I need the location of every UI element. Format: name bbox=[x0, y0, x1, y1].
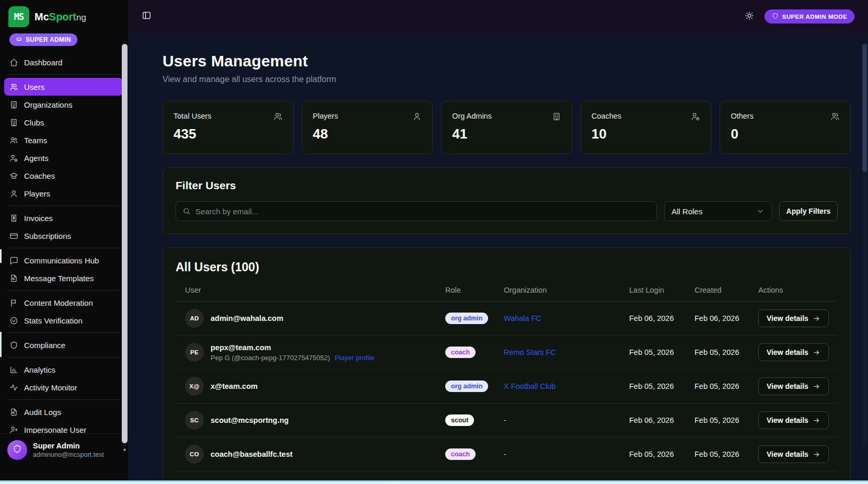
panel-left-icon bbox=[142, 10, 152, 22]
sidebar-item-audit-logs[interactable]: Audit Logs bbox=[4, 403, 123, 421]
sidebar-item-activity-monitor[interactable]: Activity Monitor bbox=[4, 378, 123, 396]
mcsport-logo[interactable]: MS bbox=[8, 6, 29, 27]
users-table: UserRoleOrganizationLast LoginCreatedAct… bbox=[176, 286, 838, 471]
sidebar-item-impersonate-user[interactable]: Impersonate User bbox=[4, 421, 123, 433]
page-title: Users Management bbox=[163, 52, 851, 70]
view-details-button[interactable]: View details bbox=[758, 309, 829, 327]
shield-icon bbox=[9, 341, 18, 350]
theme-toggle-button[interactable] bbox=[745, 11, 754, 22]
sidebar-item-label: Players bbox=[24, 189, 50, 198]
sidebar-item-dashboard[interactable]: Dashboard bbox=[4, 53, 123, 71]
user-email: scout@mcsportng.ng bbox=[211, 416, 288, 424]
stat-value: 48 bbox=[313, 126, 422, 142]
sidebar-scrollbar[interactable]: ▼ bbox=[122, 44, 128, 454]
sidebar-item-users[interactable]: Users bbox=[4, 78, 123, 96]
view-details-button[interactable]: View details bbox=[758, 377, 829, 395]
search-input[interactable] bbox=[195, 207, 650, 216]
table-body: AD admin@wahala.com org admin Wahala FC … bbox=[176, 302, 838, 471]
shield-icon bbox=[772, 13, 779, 20]
organization-link[interactable]: X Football Club bbox=[504, 382, 555, 390]
sidebar-toggle-button[interactable] bbox=[142, 10, 152, 22]
sidebar-divider bbox=[7, 332, 120, 333]
created-date: Feb 06, 2026 bbox=[695, 314, 758, 322]
sidebar-item-label: Audit Logs bbox=[24, 408, 61, 417]
sidebar-item-subscriptions[interactable]: Subscriptions bbox=[4, 227, 123, 245]
sidebar-scrollbar-thumb[interactable] bbox=[122, 44, 128, 443]
last-login-date: Feb 05, 2026 bbox=[629, 348, 695, 356]
sidebar-divider bbox=[7, 399, 120, 400]
sidebar-item-teams[interactable]: Teams bbox=[4, 131, 123, 149]
user-email: pepx@team.com bbox=[211, 343, 374, 352]
users-table-card: All Users (100) UserRoleOrganizationLast… bbox=[163, 247, 851, 484]
table-row: CO coach@baseballfc.test coach - Feb 05,… bbox=[176, 437, 838, 471]
view-details-button[interactable]: View details bbox=[758, 445, 829, 463]
main-content: Users Management View and manage all use… bbox=[128, 33, 868, 484]
sidebar-divider bbox=[7, 290, 120, 291]
content-column: SUPER ADMIN MODE Users Management View a… bbox=[128, 0, 868, 484]
view-details-button[interactable]: View details bbox=[758, 343, 829, 361]
sidebar-item-label: Stats Verification bbox=[24, 316, 83, 325]
view-details-button[interactable]: View details bbox=[758, 411, 829, 429]
brand-mc: Mc bbox=[34, 11, 49, 22]
user-icon bbox=[412, 112, 422, 121]
team-icon bbox=[9, 136, 18, 145]
sidebar-item-organizations[interactable]: Organizations bbox=[4, 96, 123, 113]
role-select[interactable]: All Roles bbox=[664, 201, 772, 221]
user-subtitle: Pep G (@coach-pepg-1770275475052) bbox=[211, 354, 330, 362]
role-badge: scout bbox=[445, 414, 474, 426]
created-date: Feb 05, 2026 bbox=[695, 450, 758, 458]
organization-link[interactable]: Remo Stars FC bbox=[504, 348, 556, 356]
super-admin-badge: SUPER ADMIN bbox=[9, 33, 77, 46]
sun-icon bbox=[745, 11, 754, 22]
column-header-user: User bbox=[185, 286, 445, 294]
sidebar-item-players[interactable]: Players bbox=[4, 185, 123, 202]
sidebar-item-label: Activity Monitor bbox=[24, 383, 77, 392]
sidebar-item-label: Dashboard bbox=[24, 58, 62, 67]
sidebar-item-message-templates[interactable]: Message Templates bbox=[4, 269, 123, 287]
sidebar-item-label: Teams bbox=[24, 136, 47, 145]
brand-row: MS McSportng bbox=[0, 0, 128, 30]
chart-icon bbox=[9, 365, 18, 374]
player-profile-link[interactable]: Player profile bbox=[335, 354, 375, 362]
main-scrollbar[interactable] bbox=[862, 44, 867, 446]
apply-filters-button[interactable]: Apply Filters bbox=[779, 201, 838, 221]
sidebar-item-stats-verification[interactable]: Stats Verification bbox=[4, 312, 123, 329]
sidebar-item-label: Organizations bbox=[24, 100, 73, 109]
users-icon bbox=[273, 112, 283, 121]
receipt-icon bbox=[9, 214, 18, 223]
filter-title: Filter Users bbox=[176, 179, 838, 192]
arrow-right-icon bbox=[813, 383, 820, 390]
scrollbar-down-icon[interactable]: ▼ bbox=[122, 446, 128, 454]
sidebar-item-invoices[interactable]: Invoices bbox=[4, 209, 123, 227]
last-login-date: Feb 05, 2026 bbox=[629, 450, 695, 458]
stat-card-others: Others 0 bbox=[720, 101, 851, 154]
profile-name: Super Admin bbox=[33, 442, 104, 450]
left-edge-artifact bbox=[0, 332, 2, 357]
sidebar-item-clubs[interactable]: Clubs bbox=[4, 113, 123, 131]
activity-icon bbox=[9, 383, 18, 392]
sidebar-divider bbox=[7, 205, 120, 206]
main-scrollbar-thumb[interactable] bbox=[862, 44, 867, 172]
column-header-actions: Actions bbox=[758, 286, 838, 294]
super-admin-mode-badge[interactable]: SUPER ADMIN MODE bbox=[765, 9, 854, 24]
chat-icon bbox=[9, 256, 18, 265]
avatar: X@ bbox=[185, 377, 204, 396]
brand-sport: Sport bbox=[49, 11, 76, 22]
sidebar-item-content-moderation[interactable]: Content Moderation bbox=[4, 294, 123, 312]
view-details-label: View details bbox=[767, 450, 808, 458]
sidebar-item-analytics[interactable]: Analytics bbox=[4, 361, 123, 378]
sidebar-item-coaches[interactable]: Coaches bbox=[4, 167, 123, 185]
organization-link[interactable]: Wahala FC bbox=[504, 314, 541, 322]
sidebar-item-label: Clubs bbox=[24, 118, 44, 127]
sidebar-item-compliance[interactable]: Compliance bbox=[4, 336, 123, 354]
brand-name: McSportng bbox=[34, 11, 86, 23]
stat-value: 10 bbox=[592, 126, 701, 142]
bottom-edge-strip bbox=[0, 480, 868, 484]
arrow-right-icon bbox=[813, 417, 820, 424]
sidebar-footer-profile[interactable]: Super Admin adminuno@mcsport.test bbox=[0, 433, 128, 484]
sidebar-item-communications-hub[interactable]: Communications Hub bbox=[4, 251, 123, 269]
sidebar-item-agents[interactable]: Agents bbox=[4, 149, 123, 167]
sidebar-item-label: Subscriptions bbox=[24, 232, 71, 240]
page-subtitle: View and manage all users across the pla… bbox=[163, 75, 851, 84]
organization-empty: - bbox=[504, 416, 506, 424]
